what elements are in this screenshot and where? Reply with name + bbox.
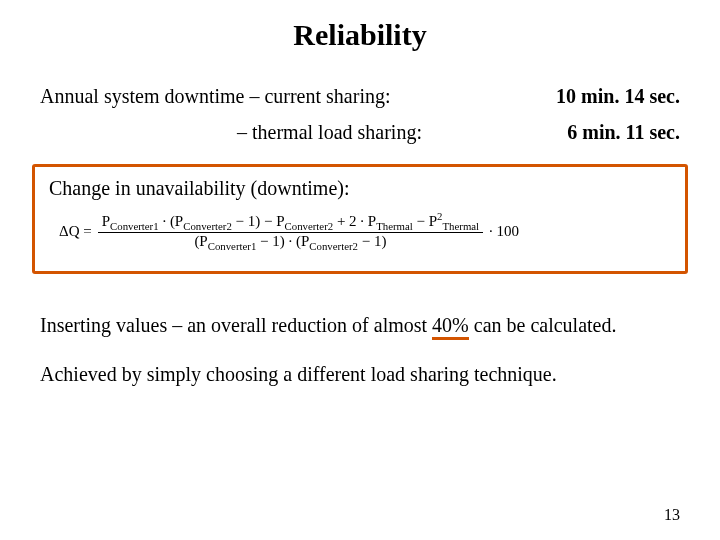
downtime-row-thermal: – thermal load sharing: 6 min. 11 sec. — [40, 116, 680, 148]
formula-callout: Change in unavailability (downtime): ΔQ … — [32, 164, 688, 274]
highlight-40pct: 40% — [432, 314, 469, 340]
row-label: Annual system downtime – current sharing… — [40, 80, 536, 112]
paragraph-result: Inserting values – an overall reduction … — [40, 312, 680, 339]
eq-fraction: PConverter1 · (PConverter2 − 1) − PConve… — [98, 210, 483, 253]
paragraph-conclusion: Achieved by simply choosing a different … — [40, 361, 680, 388]
eq-lhs: ΔQ = — [59, 223, 92, 240]
page-title: Reliability — [40, 18, 680, 52]
eq-numerator: PConverter1 · (PConverter2 − 1) − PConve… — [98, 210, 483, 232]
eq-denominator: (PConverter1 − 1) · (PConverter2 − 1) — [190, 233, 390, 252]
page-number: 13 — [664, 506, 680, 524]
slide: Reliability Annual system downtime – cur… — [0, 0, 720, 540]
para1-b: can be calculated. — [469, 314, 617, 336]
row-value: 6 min. 11 sec. — [547, 116, 680, 148]
downtime-row-current: Annual system downtime – current sharing… — [40, 80, 680, 112]
equation: ΔQ = PConverter1 · (PConverter2 − 1) − P… — [49, 210, 671, 253]
row-value: 10 min. 14 sec. — [536, 80, 680, 112]
row-label: – thermal load sharing: — [40, 116, 547, 148]
para1-a: Inserting values – an overall reduction … — [40, 314, 432, 336]
eq-tail: · 100 — [489, 223, 519, 240]
callout-heading: Change in unavailability (downtime): — [49, 177, 671, 200]
